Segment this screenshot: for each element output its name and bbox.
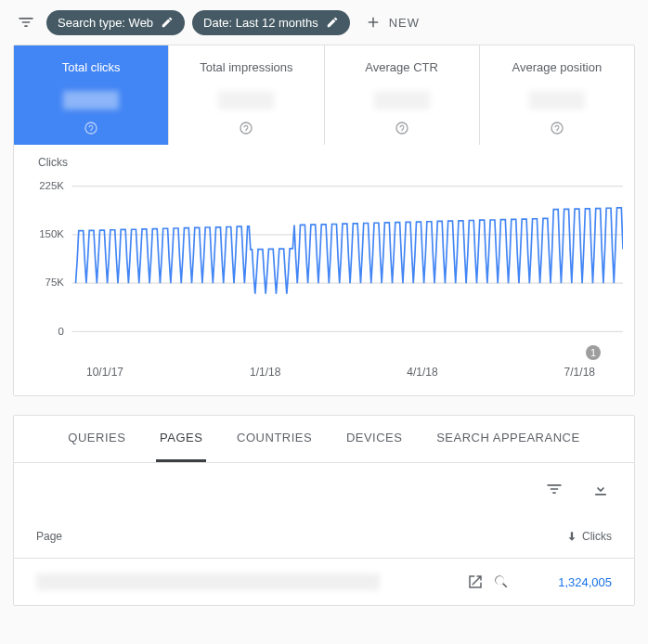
chart-y-title: Clicks xyxy=(38,156,68,169)
help-icon xyxy=(395,121,409,135)
metric-label: Total clicks xyxy=(21,60,161,74)
open-external-icon[interactable] xyxy=(467,573,484,590)
chart-info-badge[interactable]: 1 xyxy=(586,345,601,360)
plus-icon xyxy=(365,14,382,31)
table-card: QUERIESPAGESCOUNTRIESDEVICESSEARCH APPEA… xyxy=(13,415,635,606)
metric-label: Average position xyxy=(487,60,627,74)
help-icon xyxy=(550,121,564,135)
clicks-column-header[interactable]: Clicks xyxy=(565,530,612,543)
metric-tile[interactable]: Total impressions xyxy=(169,45,324,145)
metric-tile[interactable]: Average CTR xyxy=(325,45,480,145)
tab-countries[interactable]: COUNTRIES xyxy=(233,416,316,462)
filter-list-icon[interactable] xyxy=(13,9,39,35)
row-clicks-value: 1,324,005 xyxy=(558,575,612,589)
new-filter-button[interactable]: NEW xyxy=(357,10,427,34)
tab-queries[interactable]: QUERIES xyxy=(64,416,129,462)
x-tick: 7/1/18 xyxy=(564,366,595,379)
metric-tile[interactable]: Average position xyxy=(480,45,634,145)
download-icon[interactable] xyxy=(588,476,614,502)
pencil-icon xyxy=(326,16,339,29)
metric-label: Average CTR xyxy=(332,60,472,74)
performance-card: Total clicksTotal impressionsAverage CTR… xyxy=(13,45,635,396)
help-icon xyxy=(84,121,98,135)
svg-text:225K: 225K xyxy=(39,180,64,191)
table-filter-icon[interactable] xyxy=(541,476,567,502)
clicks-chart: 225K 150K 75K 0 xyxy=(21,161,623,356)
new-label: NEW xyxy=(389,16,420,30)
metric-label: Total impressions xyxy=(176,60,316,74)
chip-label: Date: Last 12 months xyxy=(203,16,318,30)
metric-value-blurred xyxy=(218,91,274,109)
search-type-chip[interactable]: Search type: Web xyxy=(46,10,185,35)
x-tick: 4/1/18 xyxy=(407,366,437,379)
tab-devices[interactable]: DEVICES xyxy=(343,416,407,462)
chip-label: Search type: Web xyxy=(58,16,153,30)
svg-text:0: 0 xyxy=(58,326,64,337)
help-icon xyxy=(239,121,253,135)
search-icon[interactable] xyxy=(493,573,510,590)
x-tick: 1/1/18 xyxy=(250,366,280,379)
date-chip[interactable]: Date: Last 12 months xyxy=(192,10,350,35)
tab-search-appearance[interactable]: SEARCH APPEARANCE xyxy=(433,416,583,462)
arrow-down-icon xyxy=(565,530,578,543)
tab-pages[interactable]: PAGES xyxy=(156,416,206,462)
page-column-header: Page xyxy=(36,530,62,543)
metric-value-blurred xyxy=(374,91,430,109)
chart-area: Clicks 225K 150K 75K 0 1 10/1/171/1/184/… xyxy=(14,145,634,395)
svg-text:75K: 75K xyxy=(45,277,65,288)
svg-text:150K: 150K xyxy=(39,228,64,239)
metric-tile[interactable]: Total clicks xyxy=(14,45,169,145)
page-url-blurred xyxy=(36,573,380,590)
x-tick: 10/1/17 xyxy=(86,366,123,379)
metric-value-blurred xyxy=(529,91,585,109)
pencil-icon xyxy=(161,16,174,29)
table-row: 1,324,005 xyxy=(14,559,634,605)
metric-value-blurred xyxy=(63,91,119,109)
